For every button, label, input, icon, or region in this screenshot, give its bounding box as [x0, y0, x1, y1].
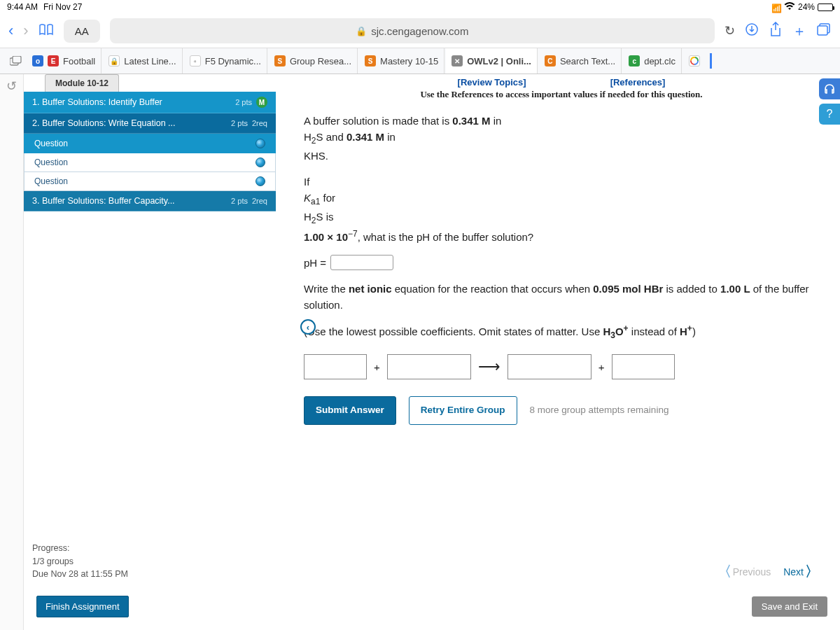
- new-tab-icon[interactable]: ＋: [792, 22, 806, 41]
- reference-note: Use the References to access important v…: [297, 89, 826, 108]
- tab-google[interactable]: [683, 48, 706, 74]
- sidebar-item-2[interactable]: 2. Buffer Solutions: Write Equation ... …: [24, 113, 276, 134]
- retry-button[interactable]: Retry Entire Group: [409, 396, 517, 425]
- module-tab[interactable]: Module 10-12: [45, 74, 119, 92]
- previous-link[interactable]: 〈 Previous: [718, 562, 771, 581]
- question-pane: [Review Topics] [References] Use the Ref…: [276, 74, 840, 630]
- address-bar[interactable]: 🔒 sjc.cengagenow.com: [110, 18, 715, 43]
- tab-latest-line[interactable]: 🔒 Latest Line...: [103, 48, 182, 74]
- sub-question-3[interactable]: Question: [24, 172, 276, 191]
- favicon-sierra2: S: [365, 55, 376, 66]
- sub-question-1[interactable]: Question: [24, 134, 276, 153]
- download-icon[interactable]: [745, 22, 759, 40]
- status-dot-icon: [255, 139, 265, 148]
- sidebar-item-1[interactable]: 1. Buffer Solutions: Identify Buffer 2 p…: [24, 92, 276, 113]
- favicon-sierra: S: [274, 55, 286, 66]
- safari-toolbar: ‹ › AA 🔒 sjc.cengagenow.com ↻ ＋: [0, 14, 840, 48]
- tool-rail: ↺: [0, 74, 24, 630]
- wifi-icon: [784, 2, 795, 13]
- sub-question-2[interactable]: Question: [24, 153, 276, 172]
- ipad-status-bar: 9:44 AM Fri Nov 27 📶 24%: [0, 0, 840, 14]
- status-dot-icon: [255, 158, 265, 167]
- tab-mastery[interactable]: S Mastery 10-15: [359, 48, 444, 74]
- next-link[interactable]: Next 〉: [783, 562, 819, 581]
- chevron-left-icon: 〈: [718, 562, 732, 581]
- question-body: A buffer solution is made that is 0.341 …: [297, 108, 826, 425]
- battery-percent: 24%: [798, 2, 815, 12]
- status-time: 9:44 AM: [7, 2, 38, 12]
- bookmarks-icon[interactable]: [38, 23, 54, 39]
- references-link[interactable]: [References]: [610, 77, 666, 88]
- reload-icon[interactable]: ↻: [724, 23, 735, 38]
- favicon-x: ✕: [451, 55, 463, 66]
- favicon-f5: ▫: [190, 55, 201, 66]
- plus-sign: +: [374, 359, 380, 375]
- favicon-outlook: o: [32, 55, 43, 66]
- swoosh-icon[interactable]: ↺: [5, 78, 19, 92]
- tab-search-text[interactable]: C Search Text...: [539, 48, 622, 74]
- browser-tabs: o E Football 🔒 Latest Line... ▫ F5 Dynam…: [0, 48, 840, 74]
- favicon-espn: E: [48, 55, 59, 66]
- mastery-badge-icon: M: [256, 97, 267, 108]
- favicon-dept: c: [629, 55, 640, 66]
- svg-rect-2: [818, 26, 827, 35]
- tab-group-research[interactable]: S Group Resea...: [269, 48, 358, 74]
- url-text: sjc.cengagenow.com: [371, 25, 468, 37]
- back-button[interactable]: ‹: [8, 22, 13, 40]
- status-dot-icon: [255, 176, 265, 186]
- progress-box: Progress: 1/3 groups Due Nov 28 at 11:55…: [24, 542, 276, 581]
- review-topics-link[interactable]: [Review Topics]: [458, 77, 526, 88]
- equation-row: + ⟶ +: [304, 354, 819, 379]
- cellular-icon: 📶: [771, 4, 781, 10]
- ph-label: pH =: [304, 255, 326, 271]
- favicon-lock: 🔒: [108, 55, 120, 66]
- svg-rect-4: [13, 56, 21, 63]
- attempts-remaining: 8 more group attempts remaining: [530, 403, 669, 418]
- finish-assignment-button[interactable]: Finish Assignment: [36, 596, 129, 617]
- tabs-icon[interactable]: [816, 22, 832, 40]
- plus-sign-2: +: [598, 359, 605, 375]
- reaction-arrow-icon: ⟶: [478, 355, 500, 379]
- tab-football[interactable]: o E Football: [27, 48, 102, 74]
- lock-icon: 🔒: [356, 26, 367, 36]
- tab-f5[interactable]: ▫ F5 Dynamic...: [184, 48, 267, 74]
- text-size-button[interactable]: AA: [64, 20, 100, 43]
- product-2-input[interactable]: [612, 354, 675, 379]
- ph-input[interactable]: [330, 255, 393, 270]
- chevron-right-icon: 〉: [805, 562, 819, 581]
- share-icon[interactable]: [769, 22, 783, 41]
- favicon-c: C: [545, 55, 556, 66]
- support-headset-icon[interactable]: [819, 78, 840, 99]
- tab-dept[interactable]: c dept.clc: [623, 48, 682, 74]
- tab-owlv2[interactable]: ✕ OWLv2 | Onli...: [446, 48, 538, 74]
- tab-overview-icon[interactable]: [4, 48, 25, 74]
- status-date: Fri Nov 27: [43, 2, 82, 12]
- help-icon[interactable]: ?: [819, 104, 840, 125]
- collapse-sidebar-icon[interactable]: ‹: [300, 319, 316, 335]
- battery-icon: [818, 4, 833, 11]
- forward-button[interactable]: ›: [23, 22, 28, 40]
- sidebar-item-3[interactable]: 3. Buffer Solutions: Buffer Capacity... …: [24, 191, 276, 211]
- reactant-1-input[interactable]: [304, 354, 367, 379]
- product-1-input[interactable]: [507, 354, 592, 379]
- save-exit-button[interactable]: Save and Exit: [752, 596, 827, 617]
- tab-overflow-indicator: [710, 53, 712, 69]
- reactant-2-input[interactable]: [387, 354, 471, 379]
- favicon-google: [689, 55, 700, 66]
- submit-button[interactable]: Submit Answer: [304, 396, 396, 425]
